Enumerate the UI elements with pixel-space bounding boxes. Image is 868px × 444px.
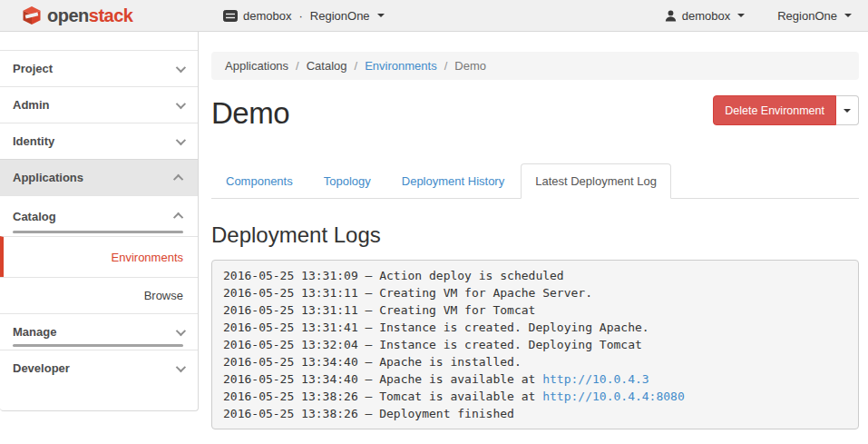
- log-link[interactable]: http://10.0.4.4:8080: [542, 390, 685, 403]
- log-message: — Action deploy is scheduled: [358, 269, 564, 282]
- log-line: 2016-05-25 13:31:11 — Creating VM for To…: [223, 301, 847, 319]
- log-message: — Creating VM for Apache Server.: [358, 286, 592, 300]
- page-body: ProjectAdminIdentityApplicationsCatalogE…: [0, 32, 868, 429]
- chevron-up-icon: [173, 173, 183, 183]
- log-timestamp: 2016-05-25 13:34:40: [223, 355, 358, 369]
- tab-components[interactable]: Components: [211, 163, 307, 199]
- log-line: 2016-05-25 13:34:40 — Apache is availabl…: [223, 370, 847, 388]
- log-line: 2016-05-25 13:38:26 — Tomcat is availabl…: [223, 388, 847, 405]
- log-message: — Tomcat is available at: [358, 390, 536, 403]
- sidebar-item-project[interactable]: Project: [0, 50, 198, 86]
- delete-environment-button[interactable]: Delete Environment: [713, 95, 836, 125]
- deployment-log-panel: 2016-05-25 13:31:09 — Action deploy is s…: [211, 260, 859, 429]
- brand-text-stack: stack: [89, 5, 133, 25]
- sidebar-top-strip: [0, 32, 198, 50]
- switcher-separator: ·: [297, 9, 304, 23]
- sidebar-item-admin[interactable]: Admin: [0, 86, 198, 123]
- breadcrumb-item-demo: Demo: [437, 59, 486, 73]
- breadcrumb-item-environments: Environments: [347, 59, 437, 73]
- caret-down-icon: [844, 14, 852, 17]
- sidebar-item-label: Browse: [144, 289, 183, 302]
- chevron-up-icon: [173, 212, 183, 222]
- log-timestamp: 2016-05-25 13:34:40: [223, 372, 358, 386]
- openstack-brand[interactable]: openstack: [0, 5, 199, 25]
- user-menu[interactable]: demobox: [665, 9, 745, 23]
- chevron-down-icon: [176, 134, 186, 144]
- projects-icon: [223, 10, 238, 22]
- user-icon: [665, 10, 677, 22]
- sidebar-item-developer[interactable]: Developer: [0, 350, 198, 386]
- sidebar-item-label: Applications: [13, 171, 83, 184]
- sidebar: ProjectAdminIdentityApplicationsCatalogE…: [0, 32, 199, 411]
- sidebar-item-label: Manage: [13, 325, 56, 339]
- tab-bar: ComponentsTopologyDeployment HistoryLate…: [211, 163, 859, 199]
- region-menu[interactable]: RegionOne: [777, 9, 852, 23]
- log-line: 2016-05-25 13:34:40 — Apache is installe…: [223, 353, 847, 370]
- sidebar-item-label: Admin: [13, 98, 49, 112]
- log-timestamp: 2016-05-25 13:31:11: [223, 286, 358, 300]
- sidebar-item-label: Developer: [13, 361, 70, 375]
- tab-item: Topology: [309, 163, 385, 199]
- deployment-logs-heading: Deployment Logs: [211, 222, 859, 248]
- section-underline: [13, 344, 183, 347]
- sidebar-item-environments[interactable]: Environments: [0, 236, 198, 277]
- sidebar-item-catalog[interactable]: Catalog: [0, 195, 198, 236]
- log-link[interactable]: http://10.0.4.3: [542, 372, 649, 386]
- chevron-down-icon: [176, 98, 186, 108]
- openstack-logo-icon: [22, 5, 42, 25]
- log-timestamp: 2016-05-25 13:32:04: [223, 338, 358, 351]
- sidebar-item-label: Project: [13, 62, 53, 75]
- tab-latest-deployment-log[interactable]: Latest Deployment Log: [521, 163, 671, 199]
- log-message: — Apache is available at: [358, 372, 536, 386]
- log-line: 2016-05-25 13:38:26 — Deployment finishe…: [223, 405, 847, 422]
- switcher-project-label: demobox: [243, 9, 291, 23]
- sidebar-item-applications[interactable]: Applications: [0, 159, 198, 195]
- log-message: — Creating VM for Tomcat: [358, 303, 536, 317]
- tab-item: Components: [211, 163, 307, 199]
- breadcrumb-item-applications: Applications: [225, 59, 288, 73]
- log-timestamp: 2016-05-25 13:38:26: [223, 390, 358, 403]
- main-content: ApplicationsCatalogEnvironmentsDemo Demo…: [199, 32, 868, 429]
- caret-down-icon: [844, 109, 851, 113]
- sidebar-item-label: Identity: [13, 134, 54, 148]
- log-timestamp: 2016-05-25 13:38:26: [223, 407, 358, 420]
- breadcrumb: ApplicationsCatalogEnvironmentsDemo: [211, 52, 859, 80]
- log-message: — Apache is installed.: [358, 355, 522, 369]
- tab-item: Latest Deployment Log: [521, 163, 671, 199]
- sidebar-item-label: Environments: [112, 251, 183, 264]
- user-menu-label: demobox: [682, 9, 730, 23]
- top-navbar: openstack demobox · RegionOne demobox: [0, 0, 868, 32]
- chevron-down-icon: [176, 361, 186, 371]
- log-message: — Instance is created. Deploying Apache.: [358, 321, 649, 334]
- sidebar-item-browse[interactable]: Browse: [0, 277, 198, 313]
- chevron-down-icon: [176, 62, 186, 72]
- log-message: — Instance is created. Deploying Tomcat: [358, 338, 642, 351]
- log-line: 2016-05-25 13:32:04 — Instance is create…: [223, 336, 847, 353]
- log-line: 2016-05-25 13:31:09 — Action deploy is s…: [223, 267, 847, 284]
- log-timestamp: 2016-05-25 13:31:11: [223, 303, 358, 317]
- project-region-switcher[interactable]: demobox · RegionOne: [223, 9, 385, 23]
- tab-deployment-history[interactable]: Deployment History: [387, 163, 519, 199]
- caret-down-icon: [737, 14, 745, 17]
- page-title: Demo: [211, 93, 289, 134]
- log-timestamp: 2016-05-25 13:31:41: [223, 321, 358, 334]
- breadcrumb-item-catalog: Catalog: [288, 59, 346, 73]
- tab-item: Deployment History: [387, 163, 519, 199]
- caret-down-icon: [377, 14, 385, 17]
- navbar-right: demobox RegionOne: [665, 9, 868, 23]
- log-line: 2016-05-25 13:31:11 — Creating VM for Ap…: [223, 284, 847, 301]
- delete-dropdown-toggle[interactable]: [836, 95, 859, 125]
- log-timestamp: 2016-05-25 13:31:09: [223, 269, 358, 282]
- brand-text: openstack: [47, 6, 132, 25]
- tab-topology[interactable]: Topology: [309, 163, 385, 199]
- sidebar-item-manage[interactable]: Manage: [0, 313, 198, 350]
- sidebar-item-identity[interactable]: Identity: [0, 123, 198, 159]
- region-menu-label: RegionOne: [777, 9, 837, 23]
- switcher-region-label: RegionOne: [310, 9, 370, 23]
- brand-text-open: open: [47, 5, 89, 25]
- environment-actions: Delete Environment: [713, 95, 859, 125]
- sidebar-item-label: Catalog: [13, 210, 56, 223]
- page-header: Demo Delete Environment: [211, 93, 859, 140]
- breadcrumb-link[interactable]: Environments: [365, 59, 436, 73]
- log-message: — Deployment finished: [358, 407, 514, 420]
